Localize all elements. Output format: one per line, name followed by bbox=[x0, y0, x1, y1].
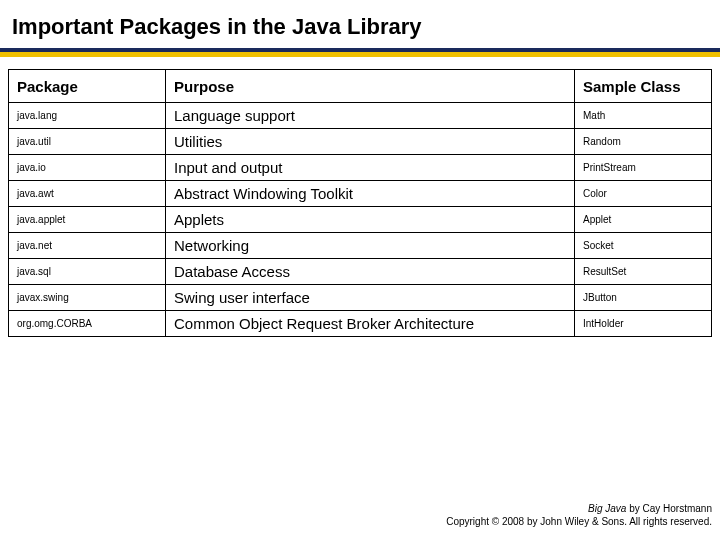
sample-cell: Applet bbox=[575, 207, 712, 233]
purpose-cell: Utilities bbox=[166, 129, 575, 155]
package-cell: java.io bbox=[9, 155, 166, 181]
package-cell: org.omg.CORBA bbox=[9, 311, 166, 337]
rule-gold bbox=[0, 52, 720, 57]
sample-cell: ResultSet bbox=[575, 259, 712, 285]
footer-copyright: Copyright © 2008 by John Wiley & Sons. A… bbox=[446, 515, 712, 528]
table-row: java.ioInput and outputPrintStream bbox=[9, 155, 712, 181]
page-title: Important Packages in the Java Library bbox=[0, 0, 720, 48]
package-cell: java.sql bbox=[9, 259, 166, 285]
purpose-cell: Database Access bbox=[166, 259, 575, 285]
package-cell: java.lang bbox=[9, 103, 166, 129]
header-package: Package bbox=[9, 70, 166, 103]
package-cell: java.awt bbox=[9, 181, 166, 207]
sample-cell: Socket bbox=[575, 233, 712, 259]
footer-line1: Big Java by Cay Horstmann bbox=[446, 502, 712, 515]
table-row: org.omg.CORBACommon Object Request Broke… bbox=[9, 311, 712, 337]
table-row: java.sqlDatabase AccessResultSet bbox=[9, 259, 712, 285]
purpose-cell: Applets bbox=[166, 207, 575, 233]
purpose-cell: Input and output bbox=[166, 155, 575, 181]
sample-cell: Math bbox=[575, 103, 712, 129]
table-row: javax.swingSwing user interfaceJButton bbox=[9, 285, 712, 311]
package-cell: java.util bbox=[9, 129, 166, 155]
packages-table: Package Purpose Sample Class java.langLa… bbox=[8, 69, 712, 337]
table-row: java.utilUtilitiesRandom bbox=[9, 129, 712, 155]
purpose-cell: Swing user interface bbox=[166, 285, 575, 311]
sample-cell: PrintStream bbox=[575, 155, 712, 181]
footer-book: Big Java bbox=[588, 503, 626, 514]
package-cell: java.applet bbox=[9, 207, 166, 233]
sample-cell: IntHolder bbox=[575, 311, 712, 337]
purpose-cell: Language support bbox=[166, 103, 575, 129]
header-sample: Sample Class bbox=[575, 70, 712, 103]
table-row: java.netNetworkingSocket bbox=[9, 233, 712, 259]
table-row: java.langLanguage supportMath bbox=[9, 103, 712, 129]
table-row: java.awtAbstract Windowing ToolkitColor bbox=[9, 181, 712, 207]
sample-cell: Color bbox=[575, 181, 712, 207]
package-cell: javax.swing bbox=[9, 285, 166, 311]
footer: Big Java by Cay Horstmann Copyright © 20… bbox=[446, 502, 712, 528]
footer-byline: by Cay Horstmann bbox=[626, 503, 712, 514]
table-header-row: Package Purpose Sample Class bbox=[9, 70, 712, 103]
header-purpose: Purpose bbox=[166, 70, 575, 103]
package-cell: java.net bbox=[9, 233, 166, 259]
sample-cell: Random bbox=[575, 129, 712, 155]
sample-cell: JButton bbox=[575, 285, 712, 311]
purpose-cell: Common Object Request Broker Architectur… bbox=[166, 311, 575, 337]
purpose-cell: Abstract Windowing Toolkit bbox=[166, 181, 575, 207]
table-row: java.appletAppletsApplet bbox=[9, 207, 712, 233]
purpose-cell: Networking bbox=[166, 233, 575, 259]
